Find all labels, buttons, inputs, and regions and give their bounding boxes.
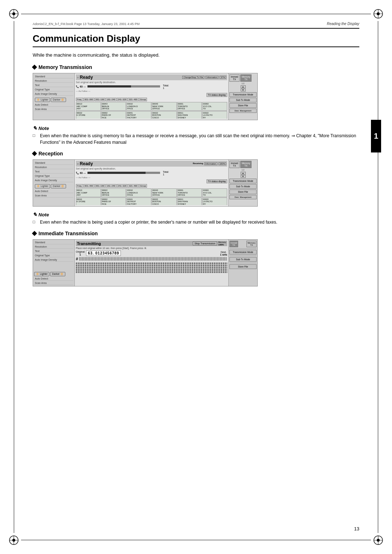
left-row-autodetect-r: Auto Detect	[34, 190, 73, 193]
tx-darker-btn[interactable]: Darker 🔆	[50, 272, 65, 276]
tab-freq[interactable]: Freq.	[76, 98, 83, 101]
right-top-row: ImmedTX MemoryTX	[229, 74, 257, 82]
change-stop-btn[interactable]: Change/Stop Tx File	[182, 76, 204, 79]
memory-pct-r: 100%	[219, 162, 226, 165]
grid-cell-2-1[interactable]: 00022K STORE	[76, 111, 101, 119]
memory-tx-btn-r[interactable]: MemoryTX	[240, 161, 252, 168]
grid-cell-r1-1[interactable]: 00013ABC COMPANY	[76, 188, 101, 197]
lighter-btn[interactable]: 🔅 Lighter	[35, 98, 50, 102]
tx-status-display[interactable]: TX status display	[207, 93, 228, 97]
tx-status-display-r[interactable]: TX status display	[207, 179, 228, 183]
fax-grid-area: 00013ABC COMPANY 00043BERLINOFFICE 00010…	[76, 102, 227, 119]
store-file-btn[interactable]: Store File	[229, 103, 257, 108]
tab-241-320-r[interactable]: 241~320	[117, 184, 128, 188]
grid-cell-r2-1[interactable]: 00041K STORE	[76, 197, 101, 205]
grid-cell-r2-5[interactable]: 00011SAN FRANSYDNEY	[177, 197, 202, 205]
tx-right-divider-3	[229, 263, 257, 263]
arrow-down-btn[interactable]: ▼	[241, 89, 246, 91]
fax-grid-row-2: 00022K STORE 00002PARIS OFFICE 00041DETR…	[76, 111, 227, 119]
immed-tx-btn[interactable]: ImmedTX	[229, 74, 240, 82]
pencil-icon-2: ✎	[33, 212, 37, 217]
tab-321-400-r[interactable]: 321~400	[128, 184, 139, 188]
grid-cell-r1-2[interactable]: 00022BERLINOFFICE	[101, 188, 126, 197]
left-row-density-r: Auto Image Density	[34, 179, 73, 182]
tx-main-panel: Transmitting Stop Transmission Memory 10…	[75, 240, 228, 286]
left-row-standard-r: Standard	[34, 161, 73, 165]
arrow-up-btn[interactable]: ▲	[241, 85, 246, 88]
grid-cell-2-4[interactable]: 00022BOSTONCISCO	[152, 111, 177, 119]
darker-btn[interactable]: Darker 🔆	[51, 98, 66, 102]
grid-cell-r1-4[interactable]: 00043NEW YORKOFFICE	[152, 188, 177, 197]
store-file-btn-r[interactable]: Store File	[229, 190, 257, 194]
immed-tx-btn-r[interactable]: ImmedTX	[229, 161, 240, 168]
grid-cell-2-3[interactable]: 00041DETROITFACTORY	[126, 111, 151, 119]
section-label-reception: Reception	[38, 151, 63, 156]
grid-cell-1-3[interactable]: 00010LONDON DFFICE	[126, 102, 151, 111]
dest-mgmt-btn[interactable]: Dest. Management	[229, 109, 257, 113]
darker-btn-r[interactable]: Darker 🔆	[51, 184, 66, 188]
fax-total-r: Total:1	[163, 171, 169, 176]
sub-tx-mode-btn-t[interactable]: Sub Tx Mode	[229, 257, 257, 262]
note-section-2: ✎ Note Even when the machine is being us…	[33, 212, 359, 225]
lighter-btn-r[interactable]: 🔅 Lighter	[35, 184, 50, 188]
tx-immed-tx-btn[interactable]: ImmedTX	[229, 241, 238, 247]
memory-tx-btn[interactable]: MemoryTX	[240, 74, 252, 82]
grid-cell-1-1[interactable]: 00013ABC COMPANY	[76, 102, 101, 111]
grid-cell-2-6[interactable]: 00022LA FACTORY	[202, 111, 227, 119]
arrow-down-btn-r[interactable]: ▼	[241, 175, 246, 178]
grid-cell-r2-4[interactable]: 00022BOSTONCISCO	[152, 197, 177, 205]
stop-transmission-btn[interactable]: Stop Transmission	[193, 241, 217, 245]
tx-mode-btn-r[interactable]: Transmission Mode	[229, 179, 257, 183]
grid-cell-2-5[interactable]: 00011SAN FRANSYDNEY	[177, 111, 202, 119]
left-row-original-type: Original Type	[34, 88, 73, 91]
tx-mode-btn-t[interactable]: Transmission Mode	[229, 250, 257, 254]
dest-mgmt-btn-r[interactable]: Dest. Management	[229, 195, 257, 199]
grid-cell-r2-6[interactable]: 00022LA FACTORY	[202, 197, 227, 205]
grid-cell-r1-5[interactable]: 00001TORONTOOFFICE	[177, 188, 202, 197]
grid-cell-r2-3[interactable]: 00041DETROITFACTORY	[126, 197, 151, 205]
fax-info-row: Set original and specify destination.	[76, 81, 227, 83]
tx-lighter-btn[interactable]: 🔅 Lighter	[34, 272, 49, 276]
grid-cell-r2-2[interactable]: 00002PARIS OFFICE	[101, 197, 126, 205]
grid-cell-1-6[interactable]: 00063XYZ COL.TO	[202, 102, 227, 111]
ready-text-r: Ready	[80, 161, 93, 166]
tx-number-display: 63. 0123456789	[86, 250, 121, 256]
information-btn[interactable]: Information	[205, 76, 219, 79]
fax-shortcuts-row-r: Freq. 001~400 001~160 161~240 241~320 32…	[76, 184, 227, 188]
tab-161-240[interactable]: 161~240	[106, 98, 117, 101]
sub-tx-mode-btn[interactable]: Sub Tx Mode	[229, 98, 257, 102]
tab-001-160[interactable]: 001~160	[95, 98, 106, 101]
fax-total: Total: 1	[163, 84, 169, 89]
grid-cell-1-4[interactable]: 00043NEW YORKOFFICE	[152, 102, 177, 111]
tab-freq-r[interactable]: Freq.	[76, 184, 83, 188]
tx-progress-stripe-1	[76, 262, 227, 264]
store-file-btn-t[interactable]: Store File	[229, 264, 257, 269]
tx-mode-btn[interactable]: Transmission Mode	[229, 92, 257, 97]
sub-tx-mode-btn-r[interactable]: Sub Tx Mode	[229, 184, 257, 189]
tx-memory-tx-btn[interactable]: MemoryTX	[246, 241, 257, 247]
fax-top-bar-r: ○ Ready Receiving Information 100%	[76, 161, 227, 167]
grid-cell-r1-3[interactable]: 00010LONDON DFFICE	[126, 188, 151, 197]
fax-top-bar: ○ Ready Change/Stop Tx File Information …	[76, 74, 227, 80]
tab-001-000[interactable]: 001~000	[83, 98, 94, 101]
grid-cell-1-5[interactable]: 00001TORONTOOFFICE	[177, 102, 202, 111]
corner-decoration-tr	[371, 7, 385, 21]
tab-321-400[interactable]: 321~400	[128, 98, 139, 101]
tab-001-160-r[interactable]: 001~160	[95, 184, 106, 188]
section-label-memory: Memory Transmission	[38, 64, 92, 70]
tab-001-400-r[interactable]: 001~400	[83, 184, 94, 188]
tx-top-right: Stop Transmission Memory 100%	[193, 241, 226, 246]
information-btn-r[interactable]: Information	[204, 162, 217, 165]
grid-cell-r1-6[interactable]: 00063XYZ COL.TO	[202, 188, 227, 197]
chapter-title: Communication Display	[33, 33, 359, 47]
tx-dest-label: Dest.	[221, 251, 226, 253]
arrow-up-btn-r[interactable]: ▲	[241, 172, 246, 175]
grid-cell-2-2[interactable]: 00002PARIS OFFICE	[101, 111, 126, 119]
tab-161-240-r[interactable]: 161~240	[106, 184, 117, 188]
tab-group-r[interactable]: Group	[139, 184, 147, 188]
ready-text: Ready	[80, 75, 93, 80]
tx-left-text: Text	[34, 249, 73, 253]
tab-241-320[interactable]: 241~320	[117, 98, 128, 101]
grid-cell-1-2[interactable]: 00043BERLINOFFICE	[101, 102, 126, 111]
tab-group[interactable]: Group	[139, 98, 147, 101]
